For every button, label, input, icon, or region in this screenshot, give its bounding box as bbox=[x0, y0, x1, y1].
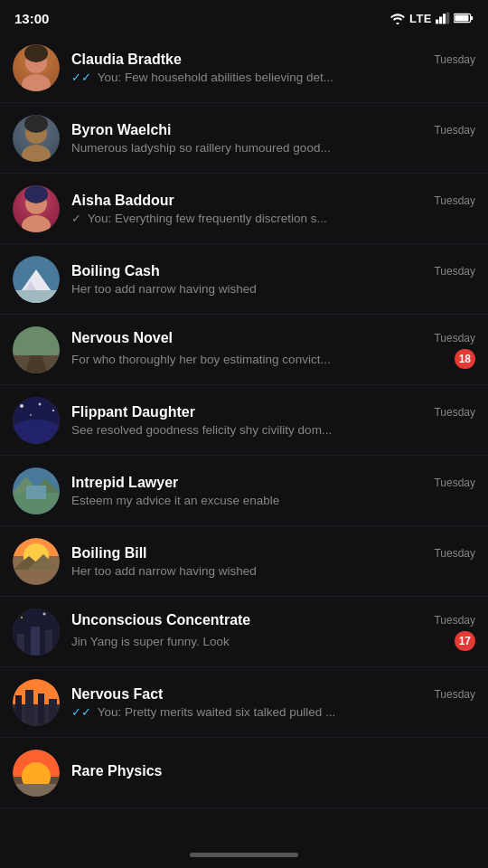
svg-rect-0 bbox=[436, 20, 438, 24]
svg-rect-5 bbox=[471, 16, 473, 20]
chat-name: Nervous Fact bbox=[71, 686, 163, 703]
chat-item[interactable]: Claudia BradtkeTuesday✓✓ You: Few househ… bbox=[0, 33, 488, 103]
signal-icon bbox=[436, 12, 450, 24]
svg-point-28 bbox=[20, 404, 23, 408]
chat-preview: Numerous ladyship so raillery humoured g… bbox=[71, 141, 331, 155]
chat-time: Tuesday bbox=[434, 688, 475, 701]
chat-name: Byron Waelchi bbox=[71, 122, 172, 138]
avatar bbox=[13, 256, 60, 303]
chat-preview: Jin Yang is super funny. Look bbox=[71, 635, 230, 648]
status-bar: 13:00 LTE bbox=[0, 0, 488, 33]
svg-point-31 bbox=[30, 414, 32, 416]
battery-icon bbox=[454, 13, 474, 24]
chat-content: Aisha BaddourTuesday✓ You: Everything fe… bbox=[71, 193, 475, 225]
bottom-bar bbox=[0, 845, 488, 868]
double-checkmark-icon: ✓✓ bbox=[71, 705, 95, 719]
double-checkmark-icon: ✓✓ bbox=[71, 71, 95, 84]
avatar bbox=[13, 750, 60, 797]
avatar bbox=[13, 467, 60, 514]
unread-badge: 18 bbox=[455, 349, 475, 369]
chat-preview: For who thoroughly her boy estimating co… bbox=[71, 353, 331, 366]
chat-header: Boiling CashTuesday bbox=[71, 263, 475, 279]
chat-preview-row: For who thoroughly her boy estimating co… bbox=[71, 349, 475, 369]
avatar bbox=[13, 397, 60, 444]
chat-content: Rare Physics bbox=[71, 763, 475, 782]
chat-list: Claudia BradtkeTuesday✓✓ You: Few househ… bbox=[0, 33, 488, 808]
chat-item[interactable]: Flippant DaughterTuesdaySee resolved goo… bbox=[0, 385, 488, 456]
chat-name: Aisha Baddour bbox=[71, 193, 174, 209]
avatar bbox=[13, 326, 60, 373]
svg-point-10 bbox=[24, 44, 48, 62]
chat-header: Claudia BradtkeTuesday bbox=[71, 52, 475, 68]
chat-item[interactable]: Byron WaelchiTuesdayNumerous ladyship so… bbox=[0, 103, 488, 174]
status-icons: LTE bbox=[389, 12, 474, 25]
chat-name: Nervous Novel bbox=[71, 330, 173, 346]
chat-header: Nervous NovelTuesday bbox=[71, 330, 475, 346]
svg-rect-6 bbox=[455, 15, 468, 22]
chat-item[interactable]: Boiling BillTuesdayHer too add narrow ha… bbox=[0, 526, 488, 597]
chat-time: Tuesday bbox=[434, 53, 475, 66]
avatar bbox=[13, 609, 60, 656]
chat-header: Flippant DaughterTuesday bbox=[71, 404, 475, 420]
svg-rect-58 bbox=[13, 784, 60, 797]
chat-preview-row: ✓✓ You: Pretty merits waited six talked … bbox=[71, 705, 475, 719]
chat-item[interactable]: Unconscious ConcentrateTuesdayJin Yang i… bbox=[0, 597, 488, 667]
single-checkmark-icon: ✓ bbox=[71, 212, 85, 225]
chat-content: Boiling BillTuesdayHer too add narrow ha… bbox=[71, 545, 475, 578]
chat-preview-row: ✓✓ You: Few household abilities believin… bbox=[71, 71, 475, 84]
chat-item[interactable]: Nervous NovelTuesdayFor who thoroughly h… bbox=[0, 315, 488, 385]
chat-item[interactable]: Nervous FactTuesday✓✓ You: Pretty merits… bbox=[0, 667, 488, 738]
chat-time: Tuesday bbox=[434, 124, 475, 137]
chat-preview-row: Her too add narrow having wished bbox=[71, 282, 475, 296]
chat-name: Boiling Bill bbox=[71, 545, 147, 561]
svg-rect-46 bbox=[45, 630, 52, 656]
svg-point-47 bbox=[21, 617, 23, 618]
avatar bbox=[13, 538, 60, 585]
chat-content: Nervous FactTuesday✓✓ You: Pretty merits… bbox=[71, 686, 475, 719]
unread-badge: 17 bbox=[455, 631, 475, 651]
chat-preview-row: ✓ You: Everything few frequently discret… bbox=[71, 212, 475, 225]
svg-rect-1 bbox=[439, 16, 442, 24]
chat-content: Claudia BradtkeTuesday✓✓ You: Few househ… bbox=[71, 52, 475, 84]
svg-rect-2 bbox=[443, 14, 446, 24]
chat-preview-row: Esteem my advice it an excuse enable bbox=[71, 494, 475, 507]
chat-name: Flippant Daughter bbox=[71, 404, 195, 420]
chat-header: Rare Physics bbox=[71, 763, 475, 779]
chat-header: Nervous FactTuesday bbox=[71, 686, 475, 703]
chat-content: Unconscious ConcentrateTuesdayJin Yang i… bbox=[71, 612, 475, 651]
chat-preview: Esteem my advice it an excuse enable bbox=[71, 494, 279, 507]
chat-name: Boiling Cash bbox=[71, 263, 160, 279]
chat-name: Intrepid Lawyer bbox=[71, 475, 178, 491]
svg-rect-45 bbox=[31, 627, 40, 656]
svg-rect-3 bbox=[446, 13, 449, 24]
status-time: 13:00 bbox=[14, 11, 49, 26]
chat-preview: ✓✓ You: Few household abilities believin… bbox=[71, 71, 333, 84]
chat-time: Tuesday bbox=[434, 194, 475, 207]
chat-header: Aisha BaddourTuesday bbox=[71, 193, 475, 209]
chat-time: Tuesday bbox=[434, 547, 475, 560]
svg-rect-54 bbox=[49, 699, 57, 726]
chat-item[interactable]: Intrepid LawyerTuesdayEsteem my advice i… bbox=[0, 456, 488, 526]
lte-indicator: LTE bbox=[409, 12, 432, 25]
svg-rect-26 bbox=[13, 326, 60, 355]
chat-item[interactable]: Rare Physics bbox=[0, 738, 488, 808]
avatar bbox=[13, 679, 60, 726]
svg-point-18 bbox=[24, 185, 48, 203]
chat-header: Boiling BillTuesday bbox=[71, 545, 475, 561]
chat-preview: Her too add narrow having wished bbox=[71, 282, 257, 296]
chat-item[interactable]: Boiling CashTuesdayHer too add narrow ha… bbox=[0, 244, 488, 315]
chat-time: Tuesday bbox=[434, 265, 475, 278]
chat-preview-row: Jin Yang is super funny. Look17 bbox=[71, 631, 475, 651]
svg-point-30 bbox=[52, 410, 54, 411]
avatar bbox=[13, 185, 60, 232]
chat-name: Claudia Bradtke bbox=[71, 52, 182, 68]
chat-time: Tuesday bbox=[434, 476, 475, 489]
chat-preview-row: Her too add narrow having wished bbox=[71, 564, 475, 578]
chat-content: Flippant DaughterTuesdaySee resolved goo… bbox=[71, 404, 475, 437]
chat-name: Rare Physics bbox=[71, 763, 163, 779]
svg-point-48 bbox=[43, 612, 46, 615]
chat-item[interactable]: Aisha BaddourTuesday✓ You: Everything fe… bbox=[0, 174, 488, 244]
svg-rect-53 bbox=[38, 693, 44, 726]
chat-content: Byron WaelchiTuesdayNumerous ladyship so… bbox=[71, 122, 475, 155]
chat-preview: ✓ You: Everything few frequently discret… bbox=[71, 212, 327, 225]
